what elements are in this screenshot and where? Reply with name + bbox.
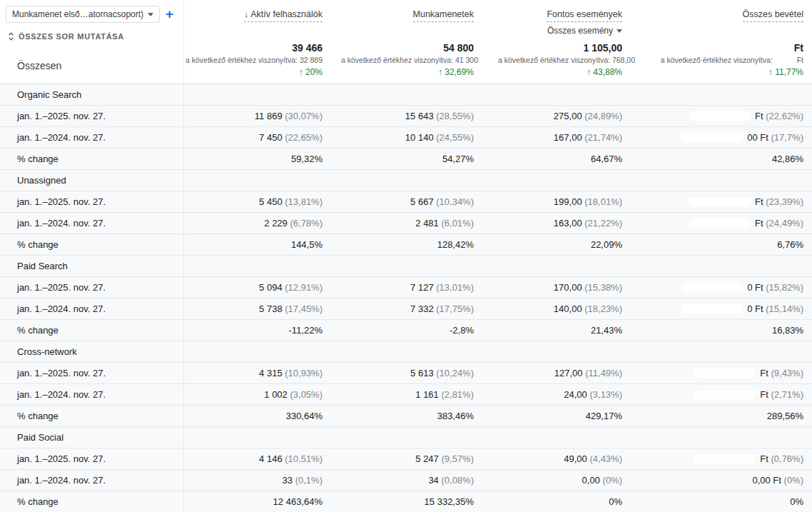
metric-percent: (9,43%) — [771, 368, 803, 378]
metric-percent: (0,08%) — [441, 475, 474, 486]
show-all-rows-label: ÖSSZES SOR MUTATÁSA — [19, 32, 124, 41]
metric-value: 7 450 — [259, 132, 283, 143]
metric-value: 59,32% — [291, 154, 323, 164]
date-range-row: jan. 1.–2024. nov. 27.7 450 (22,65%)10 1… — [0, 127, 812, 149]
date-range-row: jan. 1.–2025. nov. 27.5 094 (12,91%)7 12… — [0, 277, 812, 298]
metric-cell: 24,00 (3,13%) — [498, 389, 655, 400]
metric-percent: (22,62%) — [766, 111, 803, 121]
summary-value: 1 105,00 — [498, 42, 622, 54]
metric-percent: (10,51%) — [285, 453, 323, 464]
key-events-sort-header[interactable]: Fontos események — [547, 9, 622, 22]
metric-value: 383,46% — [437, 411, 474, 421]
metric-cell: 5 450 (13,81%) — [184, 196, 341, 207]
summary-value: Ft — [655, 42, 803, 54]
metric-value: 5 667 — [410, 196, 434, 207]
metric-percent: (22,65%) — [285, 132, 323, 143]
channel-name: Paid Search — [0, 256, 184, 276]
metric-cell: Ft (22,62%) — [655, 111, 812, 121]
metric-percent: (18,23%) — [584, 303, 622, 314]
metric-percent: (15,82%) — [766, 282, 803, 293]
row-label: % change — [0, 491, 184, 512]
pct-change-row: % change59,32%54,27%64,67%42,86% — [0, 149, 812, 170]
active-users-sort-header[interactable]: ↓Aktív felhasználók — [244, 9, 323, 22]
metric-cell: 5 094 (12,91%) — [184, 282, 341, 293]
metric-value: 16,83% — [772, 325, 803, 336]
sessions-sort-header[interactable]: Munkamenetek — [413, 9, 474, 22]
redaction-blur — [694, 368, 756, 378]
metric-value: Ft — [760, 368, 768, 378]
metric-value: Ft — [760, 453, 768, 464]
redaction-blur — [694, 390, 756, 399]
metric-value: 15 643 — [405, 111, 434, 121]
total-revenue-sort-header[interactable]: Összes bevétel — [743, 9, 803, 22]
unfold-more-icon — [7, 31, 15, 41]
summary-compare-text: a következő értékhez viszonyítva: 32 889 — [184, 56, 323, 64]
metric-percent: (24,55%) — [436, 132, 474, 143]
metric-cell: 429,17% — [498, 411, 655, 421]
dimension-dropdown[interactable]: Munkamenet első…atornacsoport) — [6, 6, 160, 23]
metric-cell: 140,00 (18,23%) — [498, 303, 655, 314]
metric-value: 54,27% — [442, 154, 474, 164]
channel-group-row: Paid Search — [0, 256, 812, 277]
summary-value: 39 466 — [184, 42, 323, 54]
metric-cell: 170,00 (15,38%) — [498, 282, 655, 293]
row-label: jan. 1.–2024. nov. 27. — [0, 470, 184, 491]
summary-metric-cell: 39 466a következő értékhez viszonyítva: … — [184, 42, 341, 77]
metric-cell: Ft (23,39%) — [655, 196, 812, 207]
metric-cell: 7 127 (13,01%) — [341, 282, 498, 293]
row-label: jan. 1.–2025. nov. 27. — [0, 106, 184, 126]
metric-value: Ft — [760, 389, 768, 400]
arrow-up-icon: ↑ — [768, 67, 773, 77]
summary-value: 54 800 — [341, 42, 474, 54]
metric-percent: (0,1%) — [295, 475, 323, 486]
redaction-blur — [681, 304, 744, 313]
summary-metric-cell: 54 800a következő értékhez viszonyítva: … — [341, 42, 498, 77]
channel-name: Unassigned — [0, 170, 184, 191]
metric-cell: 0% — [655, 496, 812, 507]
metric-percent: (17,45%) — [285, 303, 323, 314]
date-range-row: jan. 1.–2024. nov. 27.2 229 (6,78%)2 481… — [0, 213, 812, 234]
metric-percent: (10,24%) — [436, 368, 474, 378]
event-filter-dropdown[interactable]: Összes esemény — [498, 26, 622, 36]
redaction-blur — [775, 56, 793, 64]
metric-percent: (6,01%) — [441, 218, 474, 229]
row-label: jan. 1.–2024. nov. 27. — [0, 298, 184, 319]
row-label: % change — [0, 406, 184, 426]
metric-cell: 5 247 (9,57%) — [341, 453, 498, 464]
add-dimension-button[interactable]: + — [166, 6, 173, 22]
metric-percent: (3,13%) — [589, 389, 622, 400]
metric-cell: 16,83% — [655, 325, 812, 336]
metric-value: 0,00 Ft — [752, 475, 781, 486]
summary-compare-text: a következő értékhez viszonyítva: 41 300 — [341, 56, 474, 64]
metric-value: 0% — [609, 496, 622, 507]
redaction-blur — [681, 133, 744, 142]
metric-cell: 0 Ft (15,14%) — [655, 303, 812, 314]
metric-percent: (17,7%) — [771, 132, 803, 143]
row-label: jan. 1.–2025. nov. 27. — [0, 277, 184, 298]
metric-cell: 144,5% — [184, 239, 341, 250]
metric-percent: (24,89%) — [584, 111, 622, 121]
metric-value: 7 332 — [410, 303, 434, 314]
metric-value: 5 738 — [259, 303, 283, 314]
metric-value: 7 127 — [410, 282, 434, 293]
metric-percent: (6,78%) — [290, 218, 323, 229]
metric-value: 4 146 — [259, 453, 283, 464]
metric-value: 12 463,64% — [273, 496, 323, 507]
metric-value: 330,64% — [286, 411, 323, 421]
metric-cell: -2,8% — [341, 325, 498, 336]
metric-cell: 49,00 (4,43%) — [498, 453, 655, 464]
date-range-row: jan. 1.–2024. nov. 27.5 738 (17,45%)7 33… — [0, 298, 812, 320]
metric-percent: (0,76%) — [771, 453, 803, 464]
metric-cell: 4 315 (10,93%) — [184, 368, 341, 378]
metric-cell: 12 463,64% — [184, 496, 341, 507]
metric-percent: (28,55%) — [436, 111, 474, 121]
metric-percent: (10,93%) — [285, 368, 323, 378]
metric-value: 0 Ft — [747, 282, 763, 293]
column-header-key-events: Fontos események Összes esemény — [498, 0, 655, 36]
show-all-rows-button[interactable]: ÖSSZES SOR MUTATÁSA — [7, 31, 183, 41]
column-header-active-users: ↓Aktív felhasználók — [184, 0, 341, 36]
metric-value: 144,5% — [291, 239, 323, 250]
metric-value: 00 Ft — [747, 132, 768, 143]
pct-change-row: % change-11,22%-2,8%21,43%16,83% — [0, 320, 812, 341]
metric-value: 1 161 — [415, 389, 439, 400]
